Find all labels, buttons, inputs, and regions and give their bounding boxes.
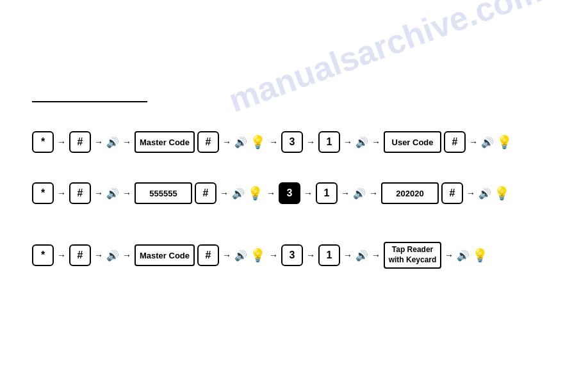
arrow: → [343,137,352,147]
arrow: → [466,188,475,198]
key-hash: # [69,182,91,204]
arrow: → [220,188,229,198]
key-hash-3: # [444,131,466,153]
arrow: → [469,137,478,147]
speaker-icon: 🔊 [232,187,245,200]
section-underline [32,101,147,102]
speaker-icon: 🔊 [106,136,119,148]
watermark: manualsarchive.com [223,0,546,120]
sequence-row-3: * → # → 🔊 → Master Code # → 🔊 💡 → 3 → 1 … [32,242,488,269]
bulb-icon: 💡 [250,248,266,263]
arrow: → [94,188,103,198]
arrow: → [372,137,380,147]
arrow: → [269,137,278,147]
tap-reader-keycard-label: Tap Readerwith Keycard [384,242,441,269]
key-hash: # [69,244,91,266]
key-1: 1 [318,244,340,266]
key-asterisk: * [32,182,54,204]
arrow: → [445,250,453,260]
arrow: → [369,188,378,198]
key-hash-2: # [197,131,219,153]
arrow: → [222,250,231,260]
bulb-icon: 💡 [250,134,266,150]
master-code-label: Master Code [135,131,195,153]
sequence-row-2: * → # → 🔊 → 555555 # → 🔊 💡 → 3 → 1 → 🔊 →… [32,182,510,204]
key-3-highlight: 3 [279,182,300,204]
bulb-icon: 💡 [494,186,510,201]
key-3: 3 [281,131,303,153]
key-asterisk: * [32,244,54,266]
default-user-code: 202020 [381,182,439,204]
user-code-label: User Code [384,131,441,153]
key-1: 1 [318,131,340,153]
key-asterisk: * [32,131,54,153]
arrow: → [306,137,315,147]
arrow: → [57,250,66,260]
speaker-icon: 🔊 [457,249,470,262]
arrow: → [372,250,380,260]
bulb-icon: 💡 [472,248,488,263]
arrow: → [122,188,131,198]
sequence-row-1: * → # → 🔊 → Master Code # → 🔊 💡 → 3 → 1 … [32,131,512,153]
speaker-icon: 🔊 [234,249,247,262]
arrow: → [269,250,278,260]
speaker-icon: 🔊 [478,187,491,200]
bulb-icon: 💡 [496,134,512,150]
arrow: → [94,250,103,260]
speaker-icon: 🔊 [234,136,247,148]
arrow: → [343,250,352,260]
arrow: → [304,188,313,198]
speaker-icon: 🔊 [355,249,368,262]
master-code-label-3: Master Code [135,244,195,266]
bulb-icon: 💡 [247,186,263,201]
key-hash-3: # [441,182,463,204]
arrow: → [57,137,66,147]
key-hash-2: # [195,182,216,204]
key-1: 1 [316,182,338,204]
speaker-icon: 🔊 [353,187,366,200]
speaker-icon: 🔊 [481,136,494,148]
key-3: 3 [281,244,303,266]
arrow: → [222,137,231,147]
arrow: → [122,137,131,147]
key-hash-2: # [197,244,219,266]
arrow: → [341,188,350,198]
arrow: → [94,137,103,147]
arrow: → [266,188,275,198]
speaker-icon: 🔊 [355,136,368,148]
arrow: → [57,188,66,198]
arrow: → [306,250,315,260]
key-hash: # [69,131,91,153]
default-master-code: 555555 [135,182,192,204]
speaker-icon: 🔊 [106,187,119,200]
arrow: → [122,250,131,260]
speaker-icon: 🔊 [106,249,119,262]
